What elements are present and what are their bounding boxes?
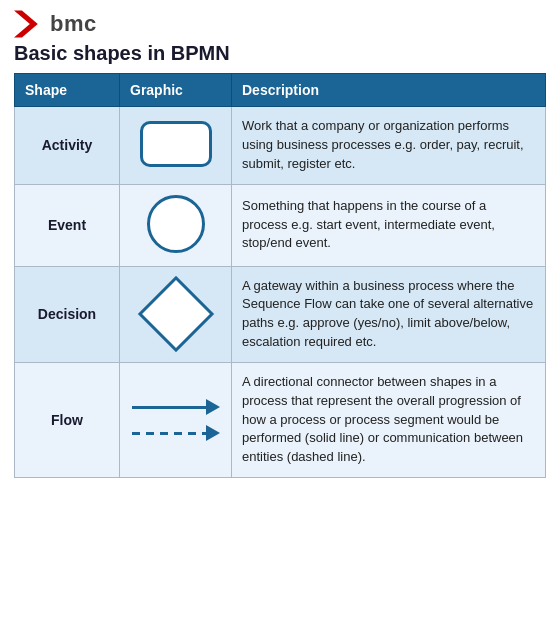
flow-dashed-line	[132, 432, 206, 435]
decision-diamond-wrapper	[130, 279, 221, 349]
flow-solid-arrowhead	[206, 399, 220, 415]
bpmn-table: Shape Graphic Description Activity Work …	[14, 73, 546, 478]
header-description: Description	[232, 74, 546, 107]
page-title: Basic shapes in BPMN	[14, 42, 546, 65]
table-row: Flow A directi	[15, 362, 546, 477]
logo-area: bmc	[14, 10, 546, 38]
flow-dashed-arrowhead	[206, 425, 220, 441]
flow-solid-arrow	[132, 399, 220, 415]
flow-arrows-container	[130, 399, 221, 441]
shape-name-decision: Decision	[15, 266, 120, 362]
flow-dashed-arrow	[132, 425, 220, 441]
graphic-activity	[120, 107, 232, 185]
desc-event: Something that happens in the course of …	[232, 184, 546, 266]
bmc-logo-icon	[14, 10, 48, 38]
table-header-row: Shape Graphic Description	[15, 74, 546, 107]
activity-rectangle-icon	[140, 121, 212, 167]
table-row: Event Something that happens in the cour…	[15, 184, 546, 266]
shape-name-activity: Activity	[15, 107, 120, 185]
graphic-decision	[120, 266, 232, 362]
page-wrapper: bmc Basic shapes in BPMN Shape Graphic D…	[0, 0, 560, 488]
logo-text: bmc	[50, 11, 97, 37]
graphic-event	[120, 184, 232, 266]
desc-flow: A directional connector between shapes i…	[232, 362, 546, 477]
header-graphic: Graphic	[120, 74, 232, 107]
flow-solid-line	[132, 406, 206, 409]
graphic-flow	[120, 362, 232, 477]
svg-marker-0	[14, 10, 38, 37]
decision-diamond-icon	[137, 276, 213, 352]
table-row: Decision A gateway within a business pro…	[15, 266, 546, 362]
header-shape: Shape	[15, 74, 120, 107]
desc-decision: A gateway within a business process wher…	[232, 266, 546, 362]
event-circle-icon	[147, 195, 205, 253]
table-row: Activity Work that a company or organiza…	[15, 107, 546, 185]
shape-name-flow: Flow	[15, 362, 120, 477]
shape-name-event: Event	[15, 184, 120, 266]
desc-activity: Work that a company or organization perf…	[232, 107, 546, 185]
